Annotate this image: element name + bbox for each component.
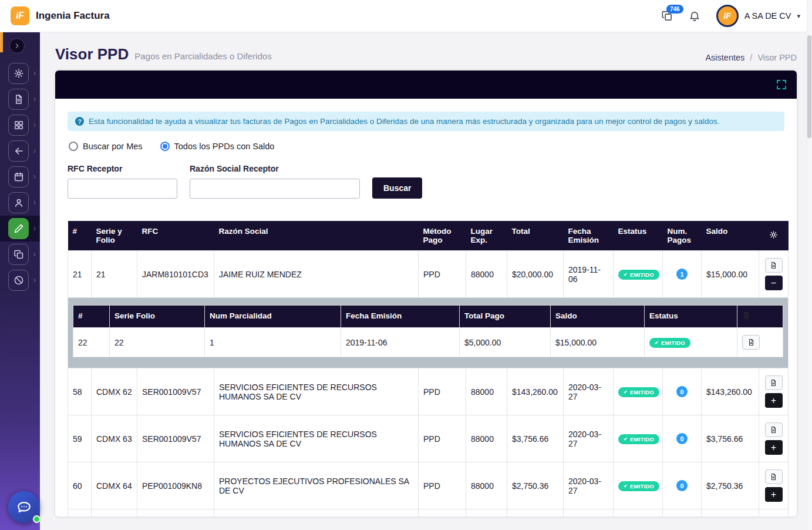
sidebar-item-copy[interactable] bbox=[0, 241, 40, 267]
cell-fecha-emision: 2020-03-27 bbox=[564, 415, 614, 462]
cell-saldo: $3,756.66 bbox=[702, 415, 759, 462]
chevron-down-icon: ▾ bbox=[797, 12, 800, 20]
chevron-right-icon bbox=[32, 122, 38, 128]
chat-icon bbox=[16, 499, 32, 515]
chevron-right-icon bbox=[14, 42, 21, 49]
expand-row-button[interactable]: + bbox=[765, 440, 783, 455]
cell-serie-folio: CDMX 62 bbox=[92, 368, 137, 415]
cell-saldo: $15,000.00 bbox=[702, 251, 759, 298]
pdf-button[interactable] bbox=[765, 258, 783, 273]
cell-razon-social: SERVICIOS EFICIENTES DE RECURSOS HUMANOS… bbox=[214, 415, 419, 462]
buscar-button[interactable]: Buscar bbox=[372, 177, 422, 199]
cell-rfc: SER001009V57 bbox=[137, 368, 214, 415]
radio-icon-checked[interactable] bbox=[160, 142, 170, 151]
radio-todos-ppds-saldo-label: Todos los PPDs con Saldo bbox=[174, 142, 275, 151]
sidebar-item-pen[interactable] bbox=[0, 216, 40, 241]
cell-fecha-emision: 2019-11-06 bbox=[564, 251, 614, 298]
cell-num-pagos: 1 bbox=[663, 251, 702, 298]
expand-row-button[interactable]: + bbox=[765, 393, 783, 408]
expand-icon bbox=[776, 79, 787, 90]
brand[interactable]: iF Ingenia Factura bbox=[11, 6, 110, 25]
cell-actions: + bbox=[759, 368, 789, 415]
pdf-button[interactable] bbox=[765, 469, 783, 484]
scrollbar-thumb[interactable] bbox=[807, 35, 811, 138]
grid-icon bbox=[8, 115, 29, 136]
sidebar-item-user[interactable] bbox=[0, 190, 40, 216]
expand-row-button[interactable]: + bbox=[765, 487, 783, 502]
sub-column-header: Num Parcialidad bbox=[205, 306, 341, 328]
breadcrumb: Asistentes / Visor PPD bbox=[705, 53, 797, 62]
sub-column-header: Saldo bbox=[551, 306, 645, 328]
cell-num: 58 bbox=[68, 368, 92, 415]
user-icon bbox=[8, 192, 29, 213]
cell-num: 59 bbox=[68, 415, 92, 462]
column-header: RFC bbox=[137, 221, 214, 251]
app-logo-text: iF bbox=[16, 11, 24, 21]
cell-metodo-pago: PPD bbox=[419, 415, 466, 462]
sidebar-toggle-button[interactable] bbox=[9, 38, 25, 53]
status-badge: ✔EMITIDO bbox=[618, 434, 659, 444]
maximize-card-button[interactable] bbox=[776, 79, 787, 90]
table-row: 59CDMX 63SER001009V57SERVICIOS EFICIENTE… bbox=[68, 415, 789, 462]
pdf-button[interactable] bbox=[765, 375, 783, 390]
status-badge: ✔EMITIDO bbox=[618, 387, 659, 397]
avatar: iF bbox=[716, 5, 739, 27]
chevron-right-icon bbox=[32, 71, 38, 76]
cell-lugar-exp: 88000 bbox=[466, 415, 507, 462]
cell-razon-social: PROYECTOS EJECUTIVOS PROFESIONALES SA DE… bbox=[214, 462, 419, 509]
sidebar-item-ban[interactable] bbox=[0, 267, 40, 293]
cell-estatus: ✔EMITIDO bbox=[614, 415, 663, 462]
sidebar-accent-bar bbox=[0, 32, 3, 52]
file-pdf-icon bbox=[742, 311, 750, 320]
status-badge: ✔EMITIDO bbox=[618, 481, 659, 491]
cell-num: 21 bbox=[68, 251, 92, 298]
sidebar-item-document[interactable] bbox=[0, 86, 40, 112]
notifications-button[interactable] bbox=[689, 10, 700, 22]
cell-rfc: SER001009V57 bbox=[137, 415, 214, 462]
plus-icon: + bbox=[771, 396, 776, 405]
chevron-right-icon bbox=[32, 226, 38, 232]
radio-buscar-por-mes[interactable]: Buscar por Mes bbox=[69, 142, 143, 151]
sidebar-item-arrow-left[interactable] bbox=[0, 138, 40, 164]
radio-icon-unchecked[interactable] bbox=[69, 142, 78, 151]
razon-social-receptor-input[interactable] bbox=[190, 179, 360, 199]
sidebar-item-calendar[interactable] bbox=[0, 164, 40, 190]
cell-estatus: ✔EMITIDO bbox=[614, 251, 663, 298]
column-header: Fecha Emisión bbox=[564, 221, 614, 251]
table-row: 58CDMX 62SER001009V57SERVICIOS EFICIENTE… bbox=[68, 368, 789, 415]
razon-social-receptor-label: Razón Social Receptor bbox=[190, 164, 360, 173]
pdf-button[interactable] bbox=[742, 335, 760, 350]
check-icon: ✔ bbox=[624, 484, 628, 489]
sub-cell-actions bbox=[737, 328, 783, 357]
breadcrumb-parent[interactable]: Asistentes bbox=[705, 53, 744, 62]
table-settings-button[interactable] bbox=[759, 221, 789, 251]
search-mode-radios: Buscar por Mes Todos los PPDs con Saldo bbox=[69, 142, 784, 151]
chevron-right-icon bbox=[32, 277, 38, 283]
cell-fecha-emision: 2020-03-27 bbox=[564, 462, 614, 509]
rfc-receptor-input[interactable] bbox=[68, 179, 177, 199]
online-status-dot bbox=[33, 515, 41, 523]
sidebar-item-grid[interactable] bbox=[0, 112, 40, 138]
collapse-row-button[interactable]: − bbox=[765, 276, 783, 290]
num-pagos-badge: 0 bbox=[676, 386, 688, 397]
table-header-row: #Serie y FolioRFCRazón SocialMétodo Pago… bbox=[68, 221, 789, 251]
cell-estatus: ✔EMITIDO bbox=[614, 462, 663, 509]
check-icon: ✔ bbox=[655, 340, 659, 345]
radio-todos-ppds-saldo[interactable]: Todos los PPDs con Saldo bbox=[160, 142, 275, 151]
sub-column-header: Estatus bbox=[645, 306, 737, 328]
documents-button[interactable]: 746 bbox=[661, 10, 673, 22]
chevron-right-icon bbox=[32, 200, 38, 206]
sub-pdf-header bbox=[737, 306, 783, 328]
pdf-button[interactable] bbox=[765, 422, 783, 437]
chat-button[interactable] bbox=[8, 491, 40, 523]
account-menu[interactable]: iF A SA DE CV ▾ bbox=[716, 5, 800, 27]
sidebar-item-gear[interactable] bbox=[0, 61, 40, 86]
column-header: Método Pago bbox=[419, 221, 466, 251]
sub-column-header: Fecha Emisión bbox=[341, 306, 460, 328]
cell-total: $2,750.36 bbox=[507, 462, 564, 509]
pen-icon bbox=[8, 218, 29, 239]
cell-actions: + bbox=[759, 462, 789, 509]
cell-lugar-exp: 88000 bbox=[466, 251, 507, 298]
cell-metodo-pago: PPD bbox=[419, 462, 466, 509]
scrollbar[interactable] bbox=[807, 0, 812, 530]
